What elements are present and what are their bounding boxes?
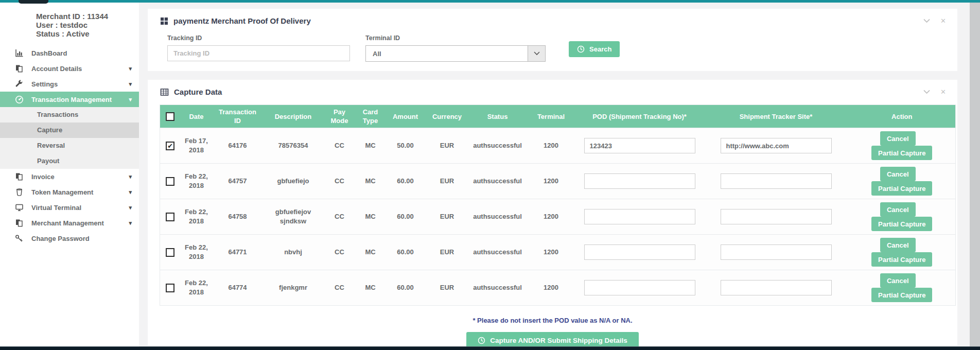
col-status: Status [469, 105, 527, 128]
bar-chart-icon [14, 49, 24, 57]
pod-input[interactable] [584, 209, 695, 224]
sidebar-item-merchant-management[interactable]: Merchant Management ▾ [0, 215, 139, 231]
row-checkbox[interactable] [166, 142, 174, 150]
tracker-site-input[interactable] [721, 244, 832, 260]
sidebar-item-virtual-terminal[interactable]: Virtual Terminal ▾ [0, 200, 139, 215]
cell-transaction-id: 64176 [213, 128, 263, 164]
partial-capture-button[interactable]: Partial Capture [871, 288, 932, 302]
sidebar-subitem-payout[interactable]: Payout [0, 153, 139, 169]
close-icon[interactable]: ✕ [940, 89, 946, 95]
cell-status: authsuccessful [469, 199, 527, 235]
cell-card-type: MC [356, 235, 386, 270]
cancel-button[interactable]: Cancel [880, 131, 916, 146]
tracker-site-input[interactable] [721, 209, 832, 224]
pod-input[interactable] [584, 280, 695, 295]
proof-of-delivery-panel-header: paymentz Merchant Proof Of Delivery ✕ [148, 9, 957, 30]
sidebar-item-label: Transaction Management [31, 96, 112, 103]
files-icon [14, 172, 24, 181]
cancel-button[interactable]: Cancel [880, 167, 916, 181]
transaction-management-submenu: Transactions Capture Reversal Payout [0, 107, 139, 169]
capture-data-panel-header: Capture Data ✕ [148, 80, 957, 101]
cell-terminal: 1200 [527, 199, 576, 235]
sidebar-item-account-details[interactable]: Account Details ▾ [0, 61, 139, 76]
chevron-down-icon: ▾ [129, 188, 132, 196]
sidebar-subitem-transactions[interactable]: Transactions [0, 107, 139, 122]
monitor-icon [14, 203, 24, 212]
col-tracker-site: Shipment Tracker Site* [704, 105, 849, 128]
panel-controls: ✕ [923, 18, 946, 24]
key-icon [14, 234, 24, 242]
collapse-chevron-icon[interactable] [923, 19, 930, 23]
cell-terminal: 1200 [527, 164, 576, 199]
cell-date: Feb 17, 2018 [181, 128, 213, 164]
cell-pay-mode: CC [324, 235, 356, 270]
table-row: Feb 22, 2018 64758 gbfuefiejov sjndksw C… [160, 199, 956, 235]
bucket-icon [14, 188, 24, 196]
sidebar-item-label: Invoice [31, 173, 55, 181]
terminal-id-group: Terminal ID All [365, 34, 546, 62]
cell-transaction-id: 64757 [213, 164, 263, 199]
chevron-down-icon: ▾ [129, 65, 132, 72]
sidebar-item-invoice[interactable]: Invoice ▾ [0, 169, 139, 184]
page-root: { "sidebar": { "merchant_id": "Merchant … [0, 0, 980, 350]
sidebar-subitem-reversal[interactable]: Reversal [0, 138, 139, 153]
tracking-id-input[interactable] [167, 45, 350, 61]
sidebar-item-settings[interactable]: Settings ▾ [0, 76, 139, 92]
pod-input[interactable] [584, 173, 695, 189]
sidebar-item-transaction-management[interactable]: Transaction Management ▾ [0, 92, 139, 107]
row-checkbox[interactable] [166, 284, 174, 292]
dashboard-icon [14, 95, 24, 103]
cell-card-type: MC [356, 164, 386, 199]
table-header-row: Date Transaction ID Description Pay Mode… [160, 105, 956, 128]
col-card-type: Card Type [356, 105, 386, 128]
sidebar-item-label: Change Password [31, 235, 90, 242]
cell-card-type: MC [356, 128, 386, 164]
cell-transaction-id: 64758 [213, 199, 263, 235]
sidebar-item-label: Merchant Management [31, 219, 104, 227]
select-all-checkbox[interactable] [166, 112, 174, 121]
pod-input[interactable] [584, 244, 695, 260]
cell-description: fjenkgmr [263, 270, 324, 306]
cell-amount: 60.00 [386, 164, 426, 199]
top-left-notch [19, 0, 48, 4]
sidebar-item-change-password[interactable]: Change Password [0, 231, 139, 246]
cell-amount: 60.00 [386, 270, 426, 306]
capture-data-panel: Capture Data ✕ Date Transaction ID Descr… [148, 80, 957, 346]
panel-title: paymentz Merchant Proof Of Delivery [173, 16, 311, 25]
cell-date: Feb 22, 2018 [181, 270, 213, 306]
terminal-id-select[interactable]: All [365, 45, 546, 62]
sidebar-item-label: Settings [31, 80, 58, 88]
col-pod: POD (Shipment Tracking No)* [576, 105, 704, 128]
search-button[interactable]: Search [569, 41, 620, 57]
vertical-scrollbar[interactable] [970, 3, 980, 346]
cell-currency: EUR [426, 270, 469, 306]
cancel-button[interactable]: Cancel [880, 238, 916, 252]
tracker-site-input[interactable] [721, 280, 832, 295]
tracker-site-input[interactable] [721, 173, 832, 189]
cell-currency: EUR [426, 128, 469, 164]
panel-title: Capture Data [174, 87, 222, 96]
cell-status: authsuccessful [469, 164, 527, 199]
row-checkbox[interactable] [166, 248, 174, 257]
partial-capture-button[interactable]: Partial Capture [871, 217, 932, 231]
partial-capture-button[interactable]: Partial Capture [871, 146, 932, 160]
pod-note: * Please do not insert the POD value as … [148, 317, 957, 324]
cell-terminal: 1200 [527, 270, 576, 306]
close-icon[interactable]: ✕ [940, 18, 946, 24]
pod-input[interactable] [584, 138, 695, 153]
cancel-button[interactable]: Cancel [880, 202, 916, 217]
grid-icon [160, 17, 168, 25]
tracker-site-input[interactable] [721, 138, 832, 153]
row-checkbox[interactable] [166, 177, 174, 186]
sidebar-item-token-management[interactable]: Token Management ▾ [0, 184, 139, 200]
row-checkbox[interactable] [166, 213, 174, 221]
capture-table: Date Transaction ID Description Pay Mode… [160, 104, 956, 306]
sidebar-subitem-capture[interactable]: Capture [0, 122, 139, 138]
collapse-chevron-icon[interactable] [923, 90, 930, 94]
partial-capture-button[interactable]: Partial Capture [871, 181, 932, 196]
partial-capture-button[interactable]: Partial Capture [871, 252, 932, 267]
cancel-button[interactable]: Cancel [880, 273, 916, 288]
chevron-down-icon: ▾ [129, 96, 132, 103]
sidebar-item-dashboard[interactable]: DashBoard [0, 45, 139, 61]
wrench-icon [14, 80, 24, 88]
